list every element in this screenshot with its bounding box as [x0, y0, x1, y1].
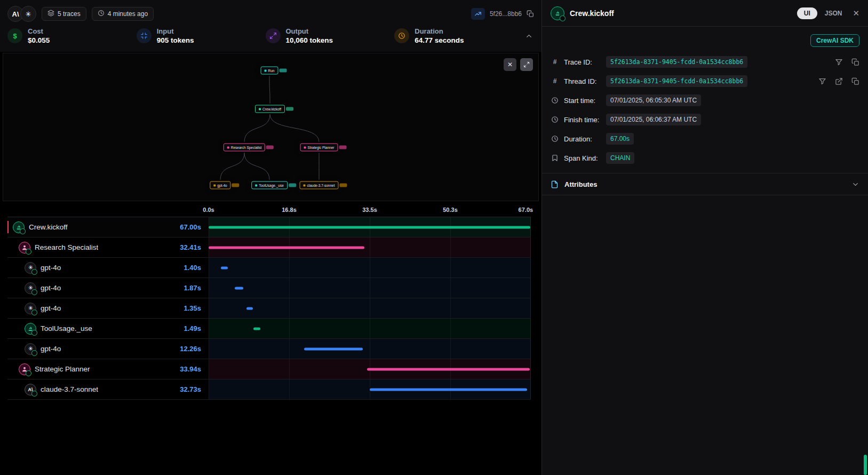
span-bar[interactable] — [221, 266, 228, 269]
span-name: Research Specialist — [35, 243, 98, 251]
detail-row: Duration: 67.00s — [542, 129, 868, 148]
graph-node-strategic[interactable]: Strategic Planner — [300, 144, 338, 152]
stat-label: Output — [286, 27, 333, 35]
timeline-row[interactable]: Strategic Planner 33.94s — [7, 359, 531, 379]
detail-row: Span Kind: CHAIN — [542, 148, 868, 168]
stat-label: Cost — [28, 27, 50, 35]
timeline-row[interactable]: ✳ gpt-4o 1.87s — [7, 278, 531, 298]
clock-icon — [551, 116, 559, 123]
timeline-row[interactable]: Crew.kickoff 67.00s — [7, 217, 531, 238]
openai-icon: ✳ — [25, 282, 36, 294]
node-duration-pill — [286, 107, 293, 111]
span-bar[interactable] — [304, 347, 363, 350]
time-tick-label: 33.5s — [362, 207, 377, 213]
layers-icon — [47, 10, 54, 18]
span-duration: 32.41s — [180, 243, 201, 251]
node-label: gpt-4o — [217, 184, 227, 187]
tab-ui[interactable]: UI — [797, 7, 817, 19]
graph-node-run[interactable]: Run — [261, 67, 278, 75]
node-label: Crew.kickoff — [262, 107, 281, 111]
tab-json[interactable]: JSON — [825, 10, 842, 17]
detail-value: 67.00s — [606, 133, 634, 145]
time-tick-label: 16.8s — [282, 207, 297, 213]
graph-controls: ✕ — [504, 58, 533, 71]
span-track — [209, 217, 531, 237]
openai-logo-icon[interactable]: ✳ — [20, 6, 36, 22]
graph-node-research[interactable]: Research Specialist — [224, 144, 265, 152]
trace-age-badge: 4 minutes ago — [92, 7, 154, 21]
copy-icon[interactable] — [851, 77, 859, 85]
stat-value: $0.055 — [28, 36, 50, 44]
node-duration-pill — [232, 184, 240, 187]
detail-row: Finish time: 07/01/2025, 06:06:37 AM UTC — [542, 110, 868, 129]
filter-icon[interactable] — [835, 58, 843, 66]
bookmark-icon — [551, 154, 559, 162]
graph-node-crew[interactable]: Crew.kickoff — [255, 105, 285, 113]
detail-rows: # Trace ID: 5f2613da-8371-9405-fcdd-0a15… — [542, 50, 868, 169]
span-bar[interactable] — [235, 287, 244, 289]
detail-value: CHAIN — [606, 152, 634, 164]
span-bar[interactable] — [209, 246, 364, 249]
attributes-label: Attributes — [564, 180, 597, 188]
span-name: gpt-4o — [41, 304, 61, 312]
trace-graph: ✕ Run Crew.kickoff Research Specialist S… — [3, 53, 539, 201]
crewai-icon — [25, 323, 36, 335]
filter-icon[interactable] — [818, 77, 826, 85]
timeline-row[interactable]: ✳ gpt-4o 1.40s — [7, 258, 531, 278]
detail-label: Span Kind: — [564, 154, 601, 162]
span-duration: 1.87s — [184, 284, 201, 292]
timeline-row[interactable]: ✳ gpt-4o 12.26s — [7, 339, 531, 359]
trace-short-id: 5f26...8bb6 — [490, 10, 522, 18]
attributes-toggle[interactable]: Attributes — [542, 173, 868, 195]
clock-icon — [98, 10, 105, 18]
node-label: ToolUsage._use — [259, 184, 284, 187]
time-tick-label: 50.3s — [443, 207, 458, 213]
input-icon — [137, 28, 152, 43]
sdk-badge-row: CrewAI SDK — [542, 27, 868, 50]
clock-icon — [551, 97, 559, 104]
detail-panel-header: Crew.kickoff UI JSON ✕ — [542, 0, 868, 27]
span-bar[interactable] — [209, 226, 530, 228]
trace-main-area: A\✳ 5 traces 4 minutes ago 5f26...8bb6 $ — [0, 0, 541, 475]
stat-value: 64.77 seconds — [415, 36, 464, 44]
scrollbar-thumb[interactable] — [864, 455, 867, 475]
stat-value: 905 tokens — [157, 36, 194, 44]
timeline-row[interactable]: Research Specialist 32.41s — [7, 238, 531, 258]
span-bar[interactable] — [246, 307, 253, 310]
copy-icon[interactable] — [527, 10, 534, 18]
span-track — [209, 319, 531, 338]
external-icon[interactable] — [835, 77, 843, 85]
span-track — [209, 258, 531, 278]
openai-icon: ✳ — [25, 303, 36, 314]
trend-chart-button[interactable] — [471, 8, 485, 20]
close-panel-icon[interactable]: ✕ — [853, 9, 859, 18]
timeline-row[interactable]: A\ claude-3.7-sonnet 32.73s — [7, 379, 531, 400]
node-status-dot — [213, 184, 216, 186]
graph-node-tool[interactable]: ToolUsage._use — [251, 181, 288, 189]
detail-label: Trace ID: — [564, 58, 601, 66]
timeline-ticks: 0.0s16.8s33.5s50.3s67.0s — [7, 207, 531, 217]
span-bar[interactable] — [253, 327, 260, 330]
anthropic-icon: A\ — [25, 384, 36, 395]
chevron-up-icon[interactable] — [523, 32, 534, 40]
detail-label: Start time: — [564, 97, 601, 105]
output-icon — [266, 28, 281, 43]
span-bar[interactable] — [370, 388, 527, 391]
timeline-row[interactable]: ✳ gpt-4o 1.35s — [7, 298, 531, 319]
span-name: claude-3.7-sonnet — [41, 385, 98, 393]
graph-node-gpt[interactable]: gpt-4o — [210, 181, 230, 189]
node-label: Strategic Planner — [308, 146, 335, 149]
timeline-row[interactable]: ToolUsage._use 1.49s — [7, 319, 531, 339]
attributes-section: Attributes — [542, 173, 868, 195]
detail-actions — [818, 77, 859, 85]
node-duration-pill — [340, 184, 347, 187]
node-status-dot — [303, 184, 305, 186]
span-duration: 12.26s — [180, 345, 201, 353]
copy-icon[interactable] — [851, 58, 859, 66]
close-graph-icon[interactable]: ✕ — [504, 58, 516, 71]
trace-header: A\✳ 5 traces 4 minutes ago 5f26...8bb6 $ — [0, 0, 541, 52]
traces-count-badge[interactable]: 5 traces — [42, 7, 86, 21]
expand-graph-icon[interactable] — [520, 58, 533, 71]
graph-node-claude[interactable]: claude-3.7-sonnet — [299, 181, 338, 189]
span-bar[interactable] — [367, 368, 530, 370]
